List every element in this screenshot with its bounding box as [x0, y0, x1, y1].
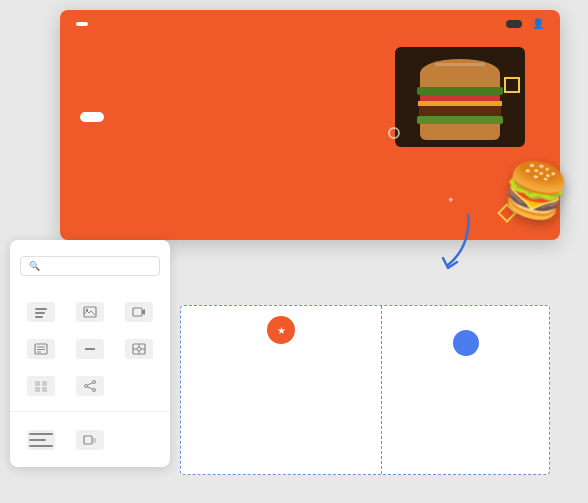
- contact-form-widget-icon: [27, 339, 55, 359]
- burger-image: [395, 47, 525, 147]
- svg-point-22: [92, 381, 95, 384]
- nav-links: 👤: [466, 18, 544, 29]
- svg-rect-5: [133, 308, 142, 316]
- svg-rect-18: [42, 381, 47, 386]
- separator-widget[interactable]: [67, 333, 114, 368]
- video-widget-icon: [125, 302, 153, 322]
- special-content-section: ★: [180, 305, 550, 475]
- basic-widget-grid: [10, 292, 170, 409]
- svg-rect-20: [42, 387, 47, 392]
- search-box[interactable]: 🔍: [20, 256, 160, 276]
- gallery-widget[interactable]: [18, 370, 65, 405]
- svg-rect-2: [35, 316, 43, 318]
- search-icon: 🔍: [29, 261, 40, 271]
- text-widget[interactable]: [18, 296, 65, 331]
- separator-widget-icon: [76, 339, 104, 359]
- menu-interaction-icon: [27, 430, 55, 450]
- nav-bar: 👤: [60, 10, 560, 37]
- svg-point-21: [84, 385, 87, 388]
- interaction-section-label: [10, 411, 170, 420]
- add-content-button[interactable]: [453, 330, 479, 356]
- deco-circle: [388, 127, 400, 139]
- svg-line-24: [87, 383, 92, 385]
- svg-point-12: [137, 347, 141, 351]
- contact-form-widget[interactable]: [18, 333, 65, 368]
- orange-dot: ★: [267, 316, 295, 344]
- svg-rect-0: [35, 308, 47, 310]
- user-icon[interactable]: 👤: [532, 18, 544, 29]
- hero-image: [380, 47, 540, 147]
- orange-dot-icon: ★: [277, 325, 286, 336]
- special-text-block: ★: [181, 306, 381, 474]
- orange-dot-inner: ★: [267, 316, 295, 344]
- blue-arrow: [413, 200, 493, 284]
- special-body-text: [277, 360, 285, 366]
- svg-rect-26: [84, 436, 92, 444]
- hero-title: [80, 47, 370, 98]
- interaction-widget-grid: [10, 420, 170, 467]
- social-media-widget-icon: [76, 376, 104, 396]
- social-media-widget[interactable]: [67, 370, 114, 405]
- image-widget-icon: [76, 302, 104, 322]
- map-widget-icon: [125, 339, 153, 359]
- media-interaction-icon: [76, 430, 104, 450]
- svg-point-23: [92, 389, 95, 392]
- map-widget[interactable]: [115, 333, 162, 368]
- svg-line-25: [87, 387, 92, 389]
- media-interaction-widget[interactable]: [67, 424, 114, 459]
- logo: [76, 22, 88, 26]
- content-right-area: [381, 306, 549, 474]
- panel-header: [10, 240, 170, 256]
- hero-section: [60, 37, 560, 157]
- hero-order-button[interactable]: [80, 112, 104, 122]
- deco-square: [504, 77, 520, 93]
- hero-text: [80, 47, 370, 147]
- svg-rect-27: [93, 438, 96, 443]
- add-widget-panel: 🔍: [10, 240, 170, 467]
- svg-rect-19: [35, 387, 40, 392]
- nav-order-button[interactable]: [506, 20, 522, 28]
- svg-rect-1: [35, 312, 45, 314]
- basic-section-label: [10, 284, 170, 292]
- menu-interaction-widget[interactable]: [18, 424, 65, 459]
- video-widget[interactable]: [115, 296, 162, 331]
- text-widget-icon: [27, 302, 55, 322]
- svg-rect-17: [35, 381, 40, 386]
- gallery-widget-icon: [27, 376, 55, 396]
- image-widget[interactable]: [67, 296, 114, 331]
